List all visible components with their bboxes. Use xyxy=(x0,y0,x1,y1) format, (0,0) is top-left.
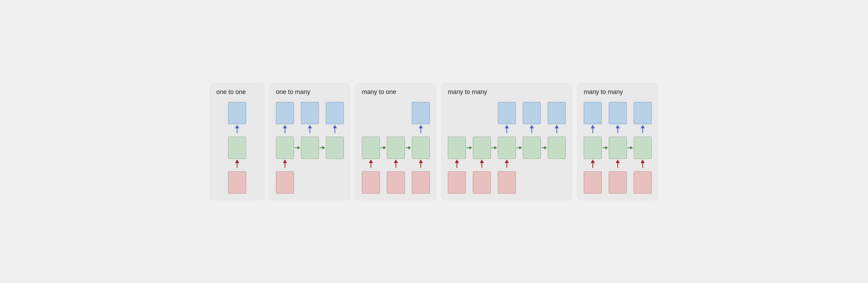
input-box-1 xyxy=(362,171,380,194)
output-row xyxy=(448,102,566,124)
out-arrows-row xyxy=(584,124,652,137)
diagram-one-to-one: one to one xyxy=(209,83,265,200)
hidden-box-2 xyxy=(387,137,405,159)
hidden-row xyxy=(276,137,344,159)
input-row xyxy=(448,171,566,194)
diagram-title-one-to-one: one to one xyxy=(216,88,246,96)
h-arrow-1 xyxy=(602,137,609,159)
hidden-box-1 xyxy=(228,137,246,159)
diagram-many-to-many-1: many to many xyxy=(441,83,573,200)
hidden-row xyxy=(228,137,246,159)
in-arrow-1 xyxy=(276,159,294,171)
output-row xyxy=(362,102,430,124)
diagram-title-many-to-many-2: many to many xyxy=(584,88,623,96)
out-arrow-1 xyxy=(228,124,246,137)
diagram-body-one-to-one xyxy=(216,102,258,194)
input-row xyxy=(584,171,652,194)
in-arrow-2 xyxy=(609,159,627,171)
out-arrows-row xyxy=(228,124,246,137)
input-box-1 xyxy=(276,171,294,194)
input-box-3 xyxy=(634,171,652,194)
output-box-1 xyxy=(498,102,516,124)
hidden-box-3 xyxy=(498,137,516,159)
diagram-title-many-to-one: many to one xyxy=(362,88,396,96)
out-arrow-1 xyxy=(412,124,430,137)
h-arrow-2 xyxy=(405,137,412,159)
h-arrow-1 xyxy=(294,137,301,159)
h-arrow-1 xyxy=(380,137,387,159)
h-arrow-1 xyxy=(466,137,473,159)
diagram-one-to-many: one to many xyxy=(269,83,351,200)
hidden-box-3 xyxy=(326,137,344,159)
h-arrow-3 xyxy=(516,137,523,159)
diagram-body-one-to-many xyxy=(276,102,344,194)
output-box-2 xyxy=(523,102,541,124)
hidden-box-1 xyxy=(448,137,466,159)
out-arrow-1 xyxy=(276,124,294,137)
hidden-box-1 xyxy=(362,137,380,159)
out-arrows-row xyxy=(448,124,566,137)
hidden-box-3 xyxy=(634,137,652,159)
out-arrow-3 xyxy=(326,124,344,137)
hidden-row xyxy=(362,137,430,159)
out-arrow-2 xyxy=(609,124,627,137)
in-arrow-1 xyxy=(584,159,602,171)
out-arrows-row xyxy=(276,124,344,137)
output-box-1 xyxy=(228,102,246,124)
output-box-2 xyxy=(609,102,627,124)
output-box-1 xyxy=(276,102,294,124)
hidden-box-3 xyxy=(412,137,430,159)
input-box-2 xyxy=(387,171,405,194)
in-arrow-1 xyxy=(362,159,380,171)
diagram-title-many-to-many-1: many to many xyxy=(448,88,487,96)
input-box-1 xyxy=(228,171,246,194)
diagrams-container: one to one one to many xyxy=(209,83,659,200)
out-arrow-3 xyxy=(548,124,566,137)
hidden-box-4 xyxy=(523,137,541,159)
in-arrow-1 xyxy=(228,159,246,171)
out-arrow-2 xyxy=(523,124,541,137)
in-arrows-row xyxy=(448,159,566,171)
in-arrow-2 xyxy=(473,159,491,171)
out-arrow-2 xyxy=(301,124,319,137)
hidden-box-1 xyxy=(276,137,294,159)
diagram-many-to-one: many to one xyxy=(355,83,437,200)
input-box-3 xyxy=(412,171,430,194)
input-box-2 xyxy=(473,171,491,194)
in-arrows-row xyxy=(362,159,430,171)
output-row xyxy=(584,102,652,124)
in-arrow-1 xyxy=(448,159,466,171)
input-row xyxy=(228,171,246,194)
hidden-box-1 xyxy=(584,137,602,159)
output-box-2 xyxy=(301,102,319,124)
input-row xyxy=(362,171,430,194)
in-arrow-2 xyxy=(387,159,405,171)
diagram-title-one-to-many: one to many xyxy=(276,88,310,96)
diagram-many-to-many-2: many to many xyxy=(577,83,659,200)
h-arrow-2 xyxy=(319,137,326,159)
in-arrow-3 xyxy=(634,159,652,171)
output-box-1 xyxy=(412,102,430,124)
out-arrow-1 xyxy=(498,124,516,137)
in-arrows-row xyxy=(276,159,344,171)
in-arrows-row xyxy=(228,159,246,171)
diagram-body-many-to-many-2 xyxy=(584,102,652,194)
input-box-1 xyxy=(584,171,602,194)
input-row xyxy=(276,171,344,194)
hidden-box-2 xyxy=(473,137,491,159)
diagram-body-many-to-one xyxy=(362,102,430,194)
h-arrow-2 xyxy=(491,137,498,159)
in-arrow-3 xyxy=(498,159,516,171)
diagram-body-many-to-many-1 xyxy=(448,102,566,194)
out-arrow-3 xyxy=(634,124,652,137)
output-box-3 xyxy=(634,102,652,124)
output-row xyxy=(228,102,246,124)
out-arrow-1 xyxy=(584,124,602,137)
hidden-row xyxy=(584,137,652,159)
input-box-2 xyxy=(609,171,627,194)
in-arrow-3 xyxy=(412,159,430,171)
hidden-row xyxy=(448,137,566,159)
h-arrow-4 xyxy=(541,137,548,159)
output-box-3 xyxy=(548,102,566,124)
hidden-box-2 xyxy=(301,137,319,159)
